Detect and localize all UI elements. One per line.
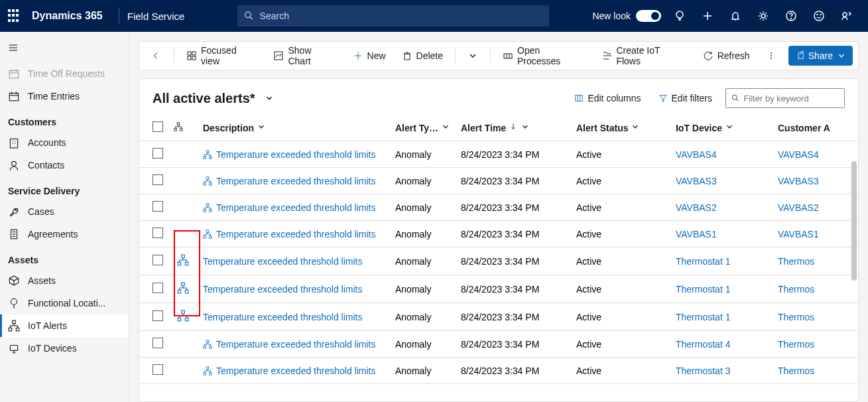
table-row[interactable]: Temperature exceeded threshold limits An… [139, 331, 858, 358]
col-alert-type[interactable]: Alert Ty… [390, 115, 456, 141]
help-button[interactable] [778, 0, 804, 32]
edit-filters-button[interactable]: Edit filters [654, 90, 716, 106]
row-checkbox[interactable] [153, 228, 163, 238]
iot-device-link[interactable]: Thermostat 1 [676, 256, 730, 267]
customer-link[interactable]: VAVBAS1 [778, 229, 819, 239]
hierarchy-icon[interactable] [203, 340, 212, 349]
sidebar-item-contacts[interactable]: Contacts [0, 154, 129, 176]
sidebar-item-time-off-requests[interactable]: Time Off Requests [0, 62, 129, 85]
notifications-button[interactable] [722, 0, 749, 32]
open-processes-button[interactable]: Open Processes [496, 41, 592, 70]
keyword-filter[interactable] [725, 88, 845, 108]
global-search[interactable] [237, 5, 549, 27]
lightbulb-button[interactable] [666, 0, 693, 32]
customer-link[interactable]: Thermos [778, 366, 814, 376]
customer-link[interactable]: Thermos [778, 312, 814, 322]
feedback-button[interactable] [806, 0, 832, 32]
search-input[interactable] [260, 11, 543, 21]
delete-button[interactable]: Delete [395, 46, 450, 65]
customer-link[interactable]: Thermos [778, 339, 814, 350]
add-button[interactable] [694, 0, 721, 32]
iot-device-link[interactable]: VAVBAS1 [676, 229, 717, 239]
focused-view-button[interactable]: Focused view [180, 41, 264, 70]
app-name[interactable]: Field Service [127, 11, 185, 22]
select-all-checkbox[interactable] [153, 121, 163, 132]
sidebar-item-assets[interactable]: Assets [0, 269, 129, 292]
row-checkbox[interactable] [153, 364, 163, 375]
row-checkbox[interactable] [153, 310, 163, 321]
sidebar-item-iot-devices[interactable]: IoT Devices [0, 337, 129, 360]
hierarchy-icon[interactable] [203, 230, 212, 239]
description-link[interactable]: Temperature exceeded threshold limits [216, 202, 375, 213]
table-row[interactable]: Temperature exceeded threshold limits An… [139, 303, 858, 331]
description-link[interactable]: Temperature exceeded threshold limits [216, 366, 375, 376]
row-checkbox[interactable] [153, 174, 163, 185]
col-alert-time[interactable]: Alert Time [456, 115, 571, 141]
iot-device-link[interactable]: VAVBAS4 [676, 149, 717, 160]
toggle-switch-icon[interactable] [636, 10, 661, 22]
row-checkbox[interactable] [153, 148, 163, 159]
col-iot-device[interactable]: IoT Device [670, 115, 773, 141]
overflow-button[interactable] [759, 46, 783, 65]
table-row[interactable]: Temperature exceeded threshold limits An… [139, 221, 858, 247]
row-checkbox[interactable] [153, 283, 163, 293]
show-chart-button[interactable]: Show Chart [267, 41, 343, 70]
customer-link[interactable]: Thermos [778, 256, 814, 267]
col-customer[interactable]: Customer A [773, 115, 858, 141]
view-title[interactable]: All active alerts* [153, 91, 255, 106]
col-description[interactable]: Description [198, 115, 390, 141]
table-row[interactable]: Temperature exceeded threshold limits An… [139, 168, 858, 194]
customer-link[interactable]: VAVBAS2 [778, 202, 819, 213]
iot-device-link[interactable]: Thermostat 3 [676, 366, 730, 376]
sidebar-item-agreements[interactable]: Agreements [0, 223, 129, 245]
create-iot-flows-button[interactable]: Create IoT Flows [595, 41, 693, 70]
customer-link[interactable]: VAVBAS3 [778, 176, 819, 186]
app-launcher-icon[interactable] [8, 9, 21, 23]
row-checkbox[interactable] [153, 338, 163, 348]
scrollbar[interactable] [851, 141, 857, 400]
new-button[interactable]: New [346, 46, 393, 65]
col-alert-status[interactable]: Alert Status [571, 115, 670, 141]
description-link[interactable]: Temperature exceeded threshold limits [216, 149, 375, 160]
hierarchy-icon[interactable] [174, 122, 183, 131]
iot-device-link[interactable]: Thermostat 1 [676, 312, 730, 322]
customer-link[interactable]: Thermos [778, 284, 814, 295]
sidebar-item-cases[interactable]: Cases [0, 200, 129, 223]
sidebar-toggle[interactable] [0, 38, 129, 62]
back-button[interactable] [145, 46, 168, 65]
iot-device-link[interactable]: VAVBAS2 [676, 202, 717, 213]
description-link[interactable]: Temperature exceeded threshold limits [203, 256, 362, 267]
chevron-down-icon[interactable] [265, 94, 274, 103]
iot-device-link[interactable]: Thermostat 4 [676, 339, 730, 350]
description-link[interactable]: Temperature exceeded threshold limits [203, 284, 362, 295]
hierarchy-icon[interactable] [203, 366, 212, 375]
sidebar-item-time-entries[interactable]: Time Entries [0, 85, 129, 107]
keyword-filter-input[interactable] [743, 94, 839, 103]
description-link[interactable]: Temperature exceeded threshold limits [203, 312, 362, 322]
description-link[interactable]: Temperature exceeded threshold limits [216, 176, 375, 186]
hierarchy-icon[interactable] [203, 203, 212, 212]
sidebar-item-iot-alerts[interactable]: IoT Alerts [0, 314, 129, 337]
iot-device-link[interactable]: VAVBAS3 [676, 176, 717, 186]
iot-device-link[interactable]: Thermostat 1 [676, 284, 730, 295]
sidebar-item-accounts[interactable]: Accounts [0, 131, 129, 154]
new-look-toggle[interactable]: New look [592, 10, 661, 22]
hierarchy-icon[interactable] [203, 176, 212, 186]
edit-columns-button[interactable]: Edit columns [570, 90, 645, 106]
table-row[interactable]: Temperature exceeded threshold limits An… [139, 194, 858, 221]
description-link[interactable]: Temperature exceeded threshold limits [216, 339, 375, 350]
assistant-button[interactable] [834, 0, 860, 32]
delete-more-button[interactable] [461, 46, 485, 65]
settings-button[interactable] [750, 0, 776, 32]
table-row[interactable]: Temperature exceeded threshold limits An… [139, 275, 858, 303]
share-button[interactable]: Share [788, 46, 853, 66]
customer-link[interactable]: VAVBAS4 [778, 149, 819, 160]
row-checkbox[interactable] [153, 255, 163, 265]
table-row[interactable]: Temperature exceeded threshold limits An… [139, 141, 858, 168]
description-link[interactable]: Temperature exceeded threshold limits [216, 229, 375, 239]
sidebar-item-functional-locati-[interactable]: Functional Locati... [0, 292, 129, 314]
table-row[interactable]: Temperature exceeded threshold limits An… [139, 358, 858, 384]
table-row[interactable]: Temperature exceeded threshold limits An… [139, 247, 858, 275]
hierarchy-icon[interactable] [203, 150, 212, 159]
row-checkbox[interactable] [153, 201, 163, 212]
